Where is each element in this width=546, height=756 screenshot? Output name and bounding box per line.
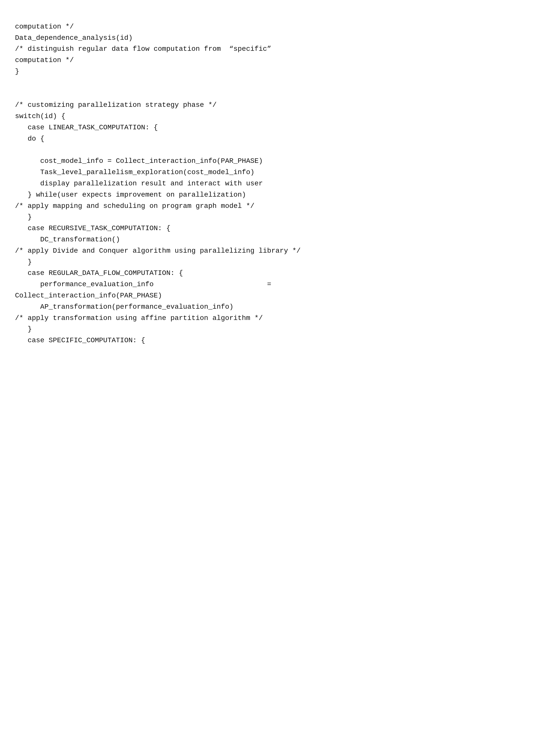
code-line: } while(user expects improvement on para… — [15, 189, 531, 201]
code-line: do { — [15, 133, 531, 145]
code-line: } — [15, 257, 531, 268]
code-line: } — [15, 324, 531, 335]
code-line: case LINEAR_TASK_COMPUTATION: { — [15, 122, 531, 133]
code-line: performance_evaluation_info = — [15, 279, 531, 290]
code-line: Task_level_parallelism_exploration(cost_… — [15, 167, 531, 178]
code-line: /* apply mapping and scheduling on progr… — [15, 201, 531, 212]
code-line — [15, 77, 531, 89]
code-line: Collect_interaction_info(PAR_PHASE) — [15, 290, 531, 301]
code-content: computation */Data_dependence_analysis(i… — [15, 10, 531, 346]
code-line: } — [15, 66, 531, 77]
code-line: Data_dependence_analysis(id) — [15, 33, 531, 44]
code-line: /* apply transformation using affine par… — [15, 313, 531, 324]
code-line: display parallelization result and inter… — [15, 178, 531, 189]
code-line: case REGULAR_DATA_FLOW_COMPUTATION: { — [15, 268, 531, 279]
code-line: AP_transformation(performance_evaluation… — [15, 301, 531, 313]
code-line: case SPECIFIC_COMPUTATION: { — [15, 335, 531, 346]
code-line: /* customizing parallelization strategy … — [15, 100, 531, 111]
code-line: cost_model_info = Collect_interaction_in… — [15, 156, 531, 167]
code-line: switch(id) { — [15, 111, 531, 122]
code-line: /* apply Divide and Conquer algorithm us… — [15, 245, 531, 257]
code-line — [15, 89, 531, 100]
code-line: /* distinguish regular data flow computa… — [15, 44, 531, 55]
code-line: computation */ — [15, 55, 531, 66]
code-line: case RECURSIVE_TASK_COMPUTATION: { — [15, 223, 531, 234]
code-line: DC_transformation() — [15, 234, 531, 245]
code-line: } — [15, 212, 531, 223]
code-line: computation */ — [15, 21, 531, 33]
code-line — [15, 145, 531, 156]
